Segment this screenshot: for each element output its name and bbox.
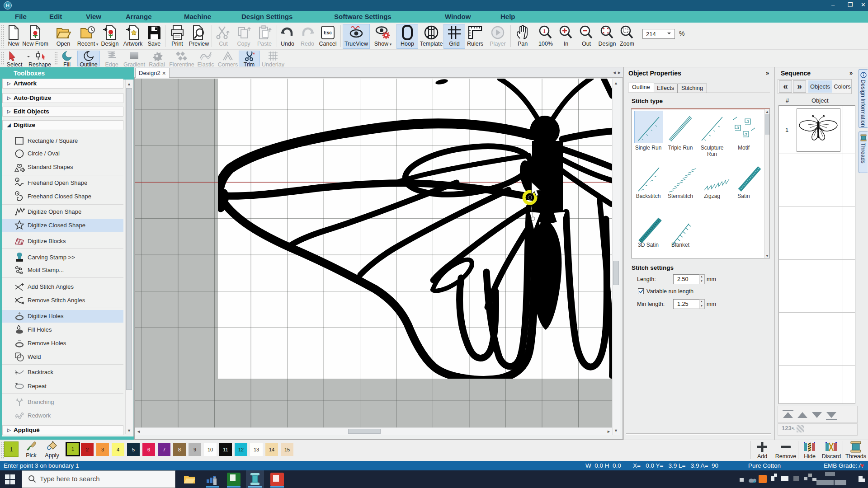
svg-text:Esc: Esc	[324, 30, 332, 35]
svg-text:1: 1	[543, 28, 546, 34]
